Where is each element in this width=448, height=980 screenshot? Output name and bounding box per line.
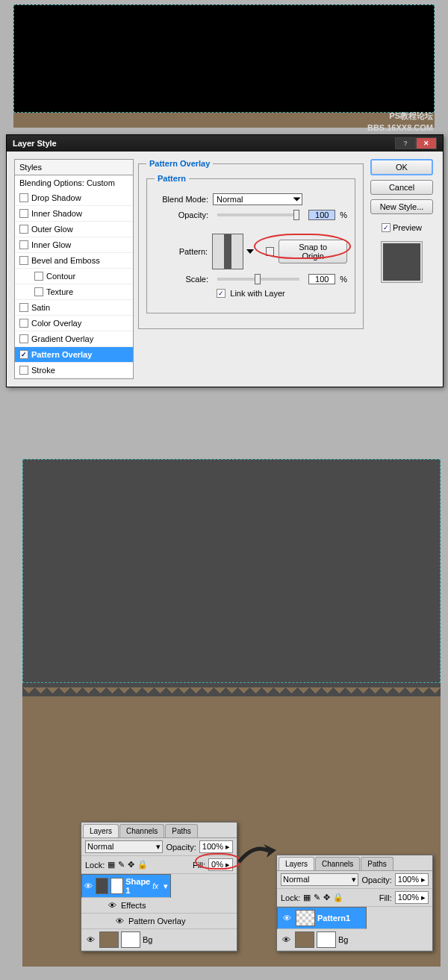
arrow-icon	[235, 840, 280, 870]
lock-transparency-icon[interactable]: ▦	[108, 860, 115, 870]
visibility-icon[interactable]: 👁	[84, 881, 93, 891]
lock-paint-icon[interactable]: ✎	[118, 860, 125, 870]
lock-all-icon[interactable]: 🔒	[333, 893, 343, 902]
effects-row[interactable]: 👁 Effects	[81, 898, 237, 914]
visibility-icon[interactable]: 👁	[280, 913, 293, 923]
tab-layers[interactable]: Layers	[83, 824, 119, 837]
tab-channels[interactable]: Channels	[119, 824, 164, 837]
visibility-icon[interactable]: 👁	[279, 934, 293, 945]
fx-badge[interactable]: fx	[152, 882, 161, 890]
layer-shape1[interactable]: 👁 Shape 1 fx ▾	[81, 874, 171, 898]
layer-bg[interactable]: 👁 Bg	[81, 929, 237, 951]
opacity-field[interactable]: 100% ▸	[199, 840, 233, 853]
canvas2-dark	[22, 459, 441, 683]
mask-thumb	[121, 931, 140, 948]
fill-field[interactable]: 100% ▸	[395, 891, 429, 904]
lock-position-icon[interactable]: ✥	[128, 860, 134, 870]
lock-paint-icon[interactable]: ✎	[314, 893, 320, 902]
tab-paths[interactable]: Paths	[361, 857, 393, 870]
visibility-icon[interactable]: 👁	[113, 916, 126, 926]
blend-mode-mini[interactable]: Normal▾	[281, 873, 358, 886]
zigzag-edge	[22, 681, 441, 696]
lock-transparency-icon[interactable]: ▦	[303, 893, 311, 902]
canvas-black-area	[13, 4, 435, 113]
tab-layers[interactable]: Layers	[279, 857, 314, 870]
blend-mode-mini[interactable]: Normal▾	[85, 840, 163, 853]
pattern-overlay-effect[interactable]: 👁 Pattern Overlay	[81, 914, 237, 929]
mask-thumb	[317, 931, 336, 948]
layer-thumb	[295, 931, 314, 948]
opacity-field[interactable]: 100% ▸	[395, 873, 429, 886]
watermark: PS教程论坛 BBS.16XX8.COM	[367, 110, 433, 134]
visibility-icon[interactable]: 👁	[105, 900, 119, 911]
layer-pattern1[interactable]: 👁 Pattern1	[277, 907, 367, 929]
tab-channels[interactable]: Channels	[315, 857, 360, 870]
fill-field[interactable]: 0% ▸	[208, 858, 233, 871]
visibility-icon[interactable]: 👁	[84, 934, 97, 945]
chevron-down-icon[interactable]: ▾	[164, 881, 168, 891]
lock-all-icon[interactable]: 🔒	[137, 860, 148, 870]
layers-panel-2: Layers Channels Paths Normal▾ Opacity: 1…	[276, 855, 433, 952]
mask-thumb	[111, 878, 123, 894]
lock-position-icon[interactable]: ✥	[323, 893, 330, 902]
tab-paths[interactable]: Paths	[165, 824, 198, 837]
layers-panel-1: Layers Channels Paths Normal▾ Opacity: 1…	[81, 822, 237, 952]
layer-thumb	[99, 931, 119, 948]
layer-thumb	[96, 878, 108, 894]
layer-bg[interactable]: 👁 Bg	[277, 929, 432, 951]
layer-thumb	[296, 910, 315, 926]
